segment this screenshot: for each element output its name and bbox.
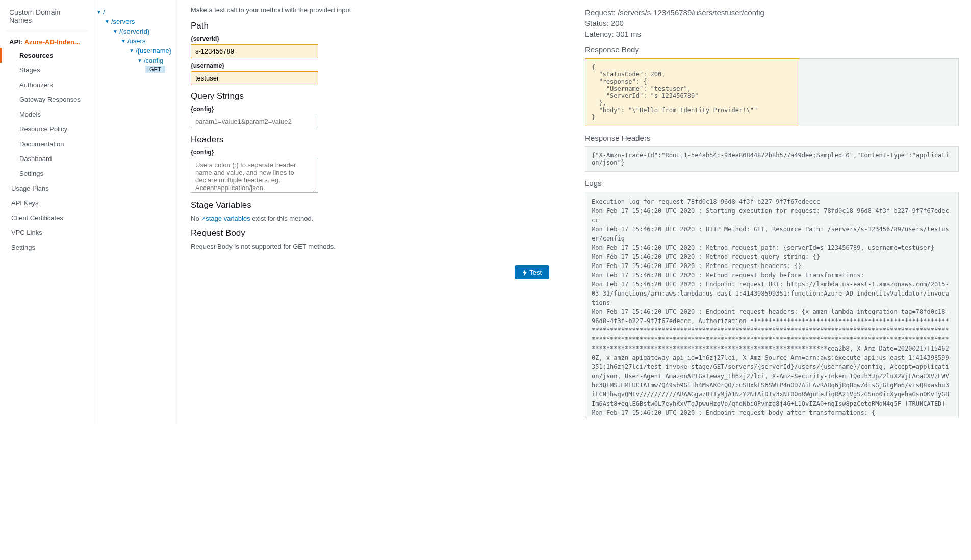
request-line: Request: /servers/s-123456789/users/test… xyxy=(585,8,959,17)
test-button[interactable]: Test xyxy=(515,265,549,279)
nav-resources[interactable]: Resources xyxy=(0,48,94,63)
test-form: Make a test call to your method with the… xyxy=(191,6,565,418)
nav-usage-plans[interactable]: Usage Plans xyxy=(0,181,94,196)
stage-variables-note: No ↗stage variables exist for this metho… xyxy=(191,215,565,222)
headers-heading: Headers xyxy=(191,135,565,145)
tree-users[interactable]: ▼/users xyxy=(121,36,176,46)
qs-config-label: {config} xyxy=(191,105,565,113)
caret-down-icon: ▼ xyxy=(121,38,126,44)
username-label: {username} xyxy=(191,62,565,69)
left-sidebar: Custom Domain Names API: Azure-AD-Inden.… xyxy=(0,0,94,424)
caret-down-icon: ▼ xyxy=(105,19,110,24)
api-label: API: Azure-AD-Inden... xyxy=(0,35,94,48)
nav-models[interactable]: Models xyxy=(0,107,94,122)
serverid-input[interactable] xyxy=(191,44,318,58)
tree-servers[interactable]: ▼/servers xyxy=(105,17,176,26)
lightning-icon xyxy=(522,269,527,276)
headers-input[interactable] xyxy=(191,158,318,193)
caret-down-icon: ▼ xyxy=(137,58,142,63)
response-panel: Request: /servers/s-123456789/users/test… xyxy=(585,6,959,418)
request-body-heading: Request Body xyxy=(191,228,565,238)
query-strings-heading: Query Strings xyxy=(191,91,565,101)
nav-client-certificates[interactable]: Client Certificates xyxy=(0,210,94,225)
external-link-icon: ↗ xyxy=(201,216,206,222)
caret-down-icon: ▼ xyxy=(129,48,134,54)
caret-down-icon: ▼ xyxy=(96,9,101,15)
resource-tree: ▼/ ▼/servers ▼/{serverId} ▼/users ▼/{use… xyxy=(94,0,178,424)
serverid-label: {serverId} xyxy=(191,35,565,42)
api-name[interactable]: Azure-AD-Inden... xyxy=(24,38,80,46)
nav-vpc-links[interactable]: VPC Links xyxy=(0,225,94,240)
intro-text: Make a test call to your method with the… xyxy=(191,6,565,14)
tree-serverid[interactable]: ▼/{serverId} xyxy=(113,26,176,36)
custom-domain-names[interactable]: Custom Domain Names xyxy=(0,4,94,26)
nav-documentation[interactable]: Documentation xyxy=(0,137,94,151)
nav-gateway-responses[interactable]: Gateway Responses xyxy=(0,92,94,107)
nav-api-keys[interactable]: API Keys xyxy=(0,196,94,210)
nav-settings-global[interactable]: Settings xyxy=(0,240,94,255)
tree-config[interactable]: ▼/config xyxy=(137,56,176,65)
tree-method-get[interactable]: GET xyxy=(145,66,165,73)
nav-dashboard[interactable]: Dashboard xyxy=(0,151,94,166)
tree-username[interactable]: ▼/{username} xyxy=(129,46,176,56)
caret-down-icon: ▼ xyxy=(113,29,118,34)
stage-variables-link[interactable]: ↗stage variables xyxy=(201,215,250,222)
nav-authorizers[interactable]: Authorizers xyxy=(0,77,94,92)
tree-root[interactable]: ▼/ xyxy=(96,7,176,17)
logs-heading: Logs xyxy=(585,179,959,188)
nav-stages[interactable]: Stages xyxy=(0,63,94,77)
response-body-box: { "statusCode": 200, "response": { "User… xyxy=(585,58,959,126)
response-body-content: { "statusCode": 200, "response": { "User… xyxy=(585,58,799,126)
latency-line: Latency: 301 ms xyxy=(585,30,959,38)
logs-box[interactable]: Execution log for request 78fd0c18-96d8-… xyxy=(585,192,959,418)
response-headers-heading: Response Headers xyxy=(585,134,959,142)
path-heading: Path xyxy=(191,21,565,31)
status-line: Status: 200 xyxy=(585,19,959,28)
username-input[interactable] xyxy=(191,71,318,85)
log-pre: Execution log for request 78fd0c18-96d8-… xyxy=(592,198,949,416)
response-headers-box: {"X-Amzn-Trace-Id":"Root=1-5e4ab54c-93ea… xyxy=(585,146,959,172)
request-body-note: Request Body is not supported for GET me… xyxy=(191,243,565,250)
nav-resource-policy[interactable]: Resource Policy xyxy=(0,122,94,137)
nav-settings[interactable]: Settings xyxy=(0,166,94,181)
stage-variables-heading: Stage Variables xyxy=(191,200,565,210)
headers-config-label: {config} xyxy=(191,149,565,156)
query-string-input[interactable] xyxy=(191,115,318,128)
response-body-heading: Response Body xyxy=(585,45,959,54)
